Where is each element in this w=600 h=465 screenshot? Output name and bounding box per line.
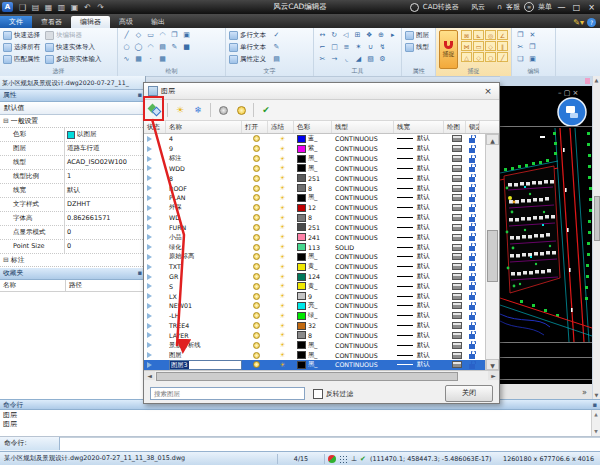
layer-name-cell[interactable]: WD: [166, 214, 242, 221]
layer-linetype-cell[interactable]: CONTINUOUS: [332, 214, 394, 221]
sun-icon[interactable]: ☀: [280, 292, 286, 300]
unlock-icon[interactable]: [469, 354, 475, 359]
layer-lineweight-cell[interactable]: 默认: [394, 233, 444, 242]
freeze-all-icon[interactable]: ❄: [190, 102, 206, 118]
layer-plot-cell[interactable]: [444, 312, 466, 319]
color-swatch[interactable]: [297, 351, 306, 359]
layer-color-cell[interactable]: 113: [294, 243, 332, 251]
column-header-线型[interactable]: 线型: [332, 121, 394, 133]
layer-linetype-cell[interactable]: CONTINUOUS: [332, 263, 394, 270]
layer-lock-cell[interactable]: [466, 292, 480, 300]
scroll-down-icon[interactable]: ▼: [486, 359, 499, 370]
ribbon-button-线型[interactable]: 线型: [405, 42, 429, 53]
layer-freeze-cell[interactable]: ☀: [268, 174, 294, 182]
ribbon-button-匹配属性[interactable]: 匹配属性: [3, 54, 40, 65]
bulb-on-icon[interactable]: [253, 224, 260, 231]
layer-lineweight-cell[interactable]: 默认: [394, 213, 444, 222]
scrollbar-thumb[interactable]: [487, 230, 498, 282]
layer-plot-cell[interactable]: [444, 302, 466, 309]
layer-name-cell[interactable]: 绿化: [166, 243, 242, 252]
printer-icon[interactable]: [452, 194, 462, 201]
layer-linetype-cell[interactable]: CONTINUOUS: [332, 194, 394, 201]
unlock-icon[interactable]: [469, 217, 475, 222]
layer-color-cell[interactable]: 亮_: [294, 301, 332, 310]
ortho-icon[interactable]: ⊥: [351, 455, 357, 463]
layer-lineweight-cell[interactable]: 默认: [394, 262, 444, 271]
status-color-icon[interactable]: [328, 455, 336, 463]
layer-color-cell[interactable]: 黄_: [294, 282, 332, 291]
layer-on-icon[interactable]: [233, 102, 249, 118]
layer-name-edit-input[interactable]: 图层3: [169, 360, 242, 370]
pen-icon[interactable]: ✎: [169, 42, 180, 53]
layer-lock-cell[interactable]: [466, 263, 480, 271]
layer-linetype-cell[interactable]: CONTINUOUS: [332, 253, 394, 260]
layer-lock-cell[interactable]: [466, 282, 480, 290]
hatch-icon[interactable]: ▦: [133, 54, 144, 65]
unlock-icon[interactable]: [469, 315, 475, 320]
layer-row[interactable]: LX☀9CONTINUOUS默认: [144, 291, 485, 301]
printer-icon[interactable]: [452, 185, 462, 192]
color-swatch[interactable]: [297, 135, 306, 143]
layer-linetype-cell[interactable]: CONTINUOUS: [332, 332, 394, 339]
color-swatch[interactable]: [297, 263, 306, 271]
layer-name-cell[interactable]: NEW01: [166, 302, 242, 309]
scroll-left-icon[interactable]: ◄: [144, 371, 155, 380]
layer-on-cell[interactable]: [242, 204, 268, 211]
circle-icon[interactable]: ○: [121, 42, 132, 53]
layer-freeze-cell[interactable]: ☀: [268, 341, 294, 349]
bulb-on-icon[interactable]: [253, 332, 260, 339]
snap-toggle-button[interactable]: 捕捉: [439, 30, 458, 69]
layer-name-cell[interactable]: 外保: [166, 203, 242, 212]
layer-linetype-cell[interactable]: CONTINUOUS: [332, 175, 394, 182]
flag-icon[interactable]: ▸: [387, 30, 398, 41]
layer-lock-cell[interactable]: [466, 312, 480, 320]
snap-midpoint-icon[interactable]: ⋈: [461, 41, 472, 51]
layer-plot-cell[interactable]: [444, 135, 466, 142]
layer-row[interactable]: 小品☀241CONTINUOUS默认: [144, 232, 485, 242]
ribbon-button-多边形实体输入[interactable]: 多边形实体输入: [45, 54, 102, 65]
help-icon[interactable]: ?: [587, 18, 596, 27]
property-row[interactable]: 线型ACAD_ISO02W100: [0, 156, 145, 170]
block-icon[interactable]: ■: [181, 42, 192, 53]
scrollbar-thumb[interactable]: [594, 196, 600, 241]
sun-icon[interactable]: ☀: [280, 341, 286, 349]
layer-list-hscrollbar[interactable]: ◄ ►: [144, 370, 499, 381]
layer-lock-cell[interactable]: [466, 341, 480, 349]
bulb-on-icon[interactable]: [253, 194, 260, 201]
rectangle-icon[interactable]: ▭: [145, 30, 156, 41]
snap-center-icon[interactable]: ◎: [485, 30, 496, 40]
layer-freeze-cell[interactable]: ☀: [268, 145, 294, 153]
unlock-icon[interactable]: [469, 148, 475, 153]
layer-name-cell[interactable]: LAYER: [166, 332, 242, 339]
layer-freeze-cell[interactable]: ☀: [268, 302, 294, 310]
unlock-icon[interactable]: [469, 158, 475, 163]
grid-snap-icon[interactable]: [339, 455, 347, 463]
printer-icon[interactable]: [452, 302, 462, 309]
layer-freeze-cell[interactable]: ☀: [268, 243, 294, 251]
unlock-icon[interactable]: [469, 138, 475, 143]
ribbon-button-快速选择[interactable]: 快速选择: [3, 30, 40, 41]
layer-linetype-cell[interactable]: CONTINUOUS: [332, 224, 394, 231]
attach-icon[interactable]: ⊕: [376, 30, 387, 41]
insert-table-icon[interactable]: ▦: [157, 54, 168, 65]
extend-icon[interactable]: →: [329, 54, 340, 65]
color-swatch[interactable]: [297, 164, 306, 172]
stamp-icon[interactable]: ▣: [181, 30, 192, 41]
layer-lineweight-cell[interactable]: 默认: [394, 243, 444, 252]
save-icon[interactable]: ▦: [43, 2, 54, 13]
layer-lock-cell[interactable]: [466, 155, 480, 163]
sun-icon[interactable]: ☀: [280, 155, 286, 163]
ellipse-icon[interactable]: ◯: [133, 42, 144, 53]
copy-entity-icon[interactable]: ❐: [169, 30, 180, 41]
layer-freeze-cell[interactable]: ☀: [268, 223, 294, 231]
layer-lock-cell[interactable]: [466, 302, 480, 310]
color-swatch[interactable]: [297, 184, 306, 192]
layer-name-cell[interactable]: WDD: [166, 165, 242, 172]
bulb-on-icon[interactable]: [253, 155, 260, 162]
printer-icon[interactable]: [452, 361, 462, 368]
settings-icon[interactable]: ⚙: [377, 54, 388, 65]
new-layer-icon[interactable]: [147, 102, 163, 118]
layer-row[interactable]: WDD☀黑_CONTINUOUS默认: [144, 163, 485, 173]
layer-on-cell[interactable]: [242, 263, 268, 270]
property-row[interactable]: Point Size0: [0, 240, 145, 254]
